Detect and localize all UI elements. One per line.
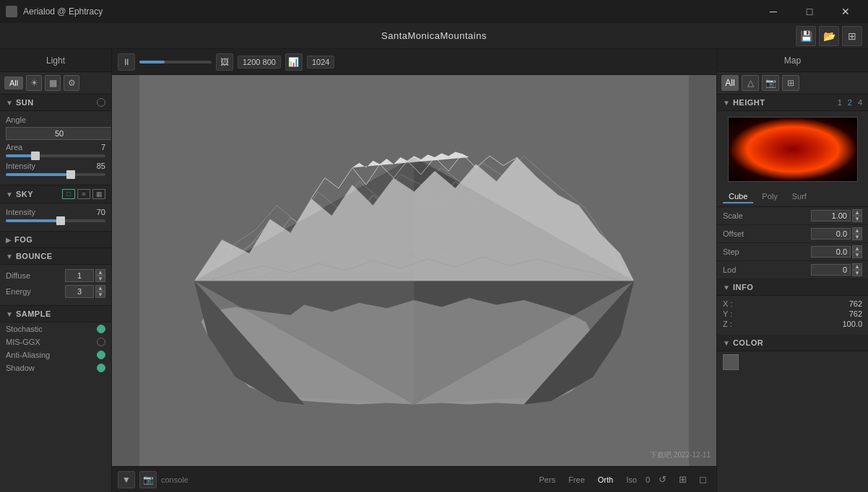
- view-orth-button[interactable]: Orth: [594, 474, 617, 486]
- right-tab-all[interactable]: All: [721, 75, 739, 91]
- energy-input[interactable]: [65, 285, 94, 298]
- intensity-slider[interactable]: [6, 173, 105, 176]
- y-row: Y : 762: [723, 309, 862, 319]
- view-free-button[interactable]: Free: [564, 474, 589, 486]
- sky-intensity-slider[interactable]: [6, 219, 105, 222]
- energy-label: Energy: [6, 287, 65, 296]
- stochastic-radio[interactable]: [97, 325, 105, 333]
- step-up[interactable]: ▲: [852, 245, 862, 252]
- sky-toggle-icon[interactable]: □: [62, 189, 75, 199]
- mis-radio[interactable]: [97, 338, 105, 346]
- sun-section-header[interactable]: ▼ SUN: [0, 95, 111, 111]
- fog-arrow-icon: ▶: [6, 236, 12, 244]
- view-pers-button[interactable]: Pers: [535, 474, 560, 486]
- scale-input[interactable]: [811, 210, 851, 221]
- sky-thumb[interactable]: [56, 216, 65, 225]
- right-tab-mountain[interactable]: △: [742, 75, 759, 91]
- render-tab-poly[interactable]: Poly: [756, 190, 783, 203]
- sky-icons: □ ≡ ▦: [62, 189, 105, 199]
- scale-down[interactable]: ▼: [852, 216, 862, 222]
- intensity-thumb[interactable]: [66, 170, 75, 179]
- tab-sun[interactable]: ☀: [26, 75, 42, 91]
- offset-row: Offset ▲ ▼: [717, 225, 868, 243]
- info-section-header[interactable]: ▼ INFO: [717, 279, 868, 296]
- height-section-header[interactable]: ▼ HEIGHT 1 2 4: [717, 95, 868, 111]
- offset-input[interactable]: [811, 228, 851, 240]
- info-values: X : 762 Y : 762 Z : 100.0: [717, 296, 868, 332]
- reset-view-button[interactable]: ↺: [654, 472, 670, 488]
- lod-up[interactable]: ▲: [852, 263, 862, 270]
- diffuse-down[interactable]: ▼: [95, 276, 105, 282]
- step-input[interactable]: [811, 246, 851, 258]
- tab-all[interactable]: All: [4, 76, 23, 89]
- chevron-down-button[interactable]: ▼: [118, 471, 135, 488]
- pause-button[interactable]: ⏸: [118, 53, 135, 71]
- toolbar-actions: 💾 📂 ⊞: [796, 26, 862, 46]
- layout-button[interactable]: ⊞: [842, 26, 862, 46]
- scale-up[interactable]: ▲: [852, 209, 862, 216]
- viewport-3d[interactable]: 下载吧 2022-12-11: [112, 75, 716, 466]
- close-button[interactable]: ✕: [829, 0, 862, 23]
- chart-button[interactable]: 📊: [285, 53, 303, 71]
- step-label: Step: [723, 247, 811, 256]
- y-value: 762: [849, 309, 862, 318]
- view-iso-button[interactable]: Iso: [622, 474, 641, 486]
- open-button[interactable]: 📂: [819, 26, 839, 46]
- step-down[interactable]: ▼: [852, 252, 862, 258]
- lod-input[interactable]: [811, 264, 851, 276]
- height-num-1[interactable]: 1: [838, 98, 842, 107]
- tab-bar[interactable]: ▦: [45, 75, 61, 91]
- diffuse-input[interactable]: [65, 269, 94, 282]
- viewport-toolbar: ⏸ 🖼 1200 800 📊 1024: [112, 49, 716, 75]
- angle-input-1[interactable]: [6, 127, 111, 140]
- tab-gear[interactable]: ⚙: [64, 75, 79, 91]
- render-tab-surf[interactable]: Surf: [786, 190, 812, 203]
- sky-image-icon[interactable]: ▦: [92, 189, 105, 199]
- render-tab-cube[interactable]: Cube: [723, 190, 753, 203]
- image-mode-button[interactable]: 🖼: [216, 53, 233, 71]
- aa-radio[interactable]: [97, 351, 105, 359]
- sun-toggle[interactable]: [97, 98, 105, 107]
- sample-section-header[interactable]: ▼ SAMPLE: [0, 306, 111, 322]
- height-num-2[interactable]: 2: [848, 98, 852, 107]
- maximize-button[interactable]: □: [793, 0, 826, 23]
- render-tabs: Cube Poly Surf: [717, 188, 868, 207]
- left-sidebar: Light All ☀ ▦ ⚙ ▼ SUN Angle: [0, 49, 112, 492]
- bounce-section-body: Diffuse ▲ ▼ Energy ▲ ▼: [0, 265, 111, 306]
- sky-section-header[interactable]: ▼ SKY □ ≡ ▦: [0, 185, 111, 203]
- z-row: Z : 100.0: [723, 319, 862, 329]
- offset-down[interactable]: ▼: [852, 234, 862, 240]
- shadow-radio[interactable]: [97, 364, 105, 372]
- map-preview[interactable]: [728, 117, 858, 182]
- fog-section-header[interactable]: ▶ FOG: [0, 232, 111, 248]
- offset-up[interactable]: ▲: [852, 227, 862, 234]
- energy-down[interactable]: ▼: [95, 291, 105, 298]
- area-thumb[interactable]: [31, 151, 40, 160]
- color-section-header[interactable]: ▼ COLOR: [717, 335, 868, 351]
- lod-label: Lod: [723, 265, 811, 274]
- right-tab-layers[interactable]: ⊞: [782, 75, 799, 91]
- sky-intensity-row: Intensity 70: [6, 208, 105, 216]
- right-tab-camera[interactable]: 📷: [762, 75, 779, 91]
- energy-up[interactable]: ▲: [95, 285, 105, 291]
- right-sidebar-header: Map: [717, 49, 868, 72]
- intensity-fill: [6, 173, 71, 176]
- cube-view-button[interactable]: ◻: [695, 472, 711, 488]
- camera-button[interactable]: 📷: [139, 471, 157, 488]
- color-section: [717, 351, 868, 373]
- console-input[interactable]: [161, 475, 531, 484]
- area-slider[interactable]: [6, 154, 105, 157]
- height-num-4[interactable]: 4: [858, 98, 862, 107]
- color-swatch[interactable]: [723, 354, 739, 370]
- diffuse-up[interactable]: ▲: [95, 269, 105, 276]
- sync-button[interactable]: ⊞: [674, 472, 690, 488]
- bounce-section-header[interactable]: ▼ BOUNCE: [0, 248, 111, 265]
- save-button[interactable]: 💾: [796, 26, 816, 46]
- color-arrow-icon: ▼: [723, 339, 730, 347]
- diffuse-row: Diffuse ▲ ▼: [6, 269, 105, 282]
- content-area: Light All ☀ ▦ ⚙ ▼ SUN Angle: [0, 49, 868, 492]
- minimize-button[interactable]: ─: [757, 0, 790, 23]
- sky-list-icon[interactable]: ≡: [77, 189, 90, 199]
- lod-down[interactable]: ▼: [852, 270, 862, 276]
- z-value: 100.0: [842, 320, 862, 328]
